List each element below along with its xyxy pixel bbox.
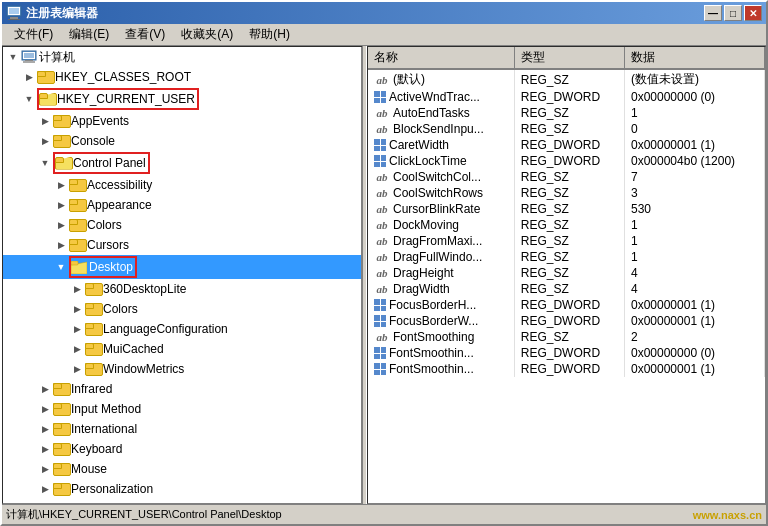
cell-data: 4 bbox=[625, 281, 765, 297]
tree-label-langconfig: LanguageConfiguration bbox=[103, 320, 228, 338]
registry-table: 名称 类型 数据 ab(默认)REG_SZ(数值未设置)ActiveWndTra… bbox=[368, 47, 765, 377]
cell-data: 0x00000001 (1) bbox=[625, 313, 765, 329]
table-row[interactable]: FocusBorderH...REG_DWORD0x00000001 (1) bbox=[368, 297, 765, 313]
reg-sz-icon: ab bbox=[374, 203, 390, 215]
menu-edit[interactable]: 编辑(E) bbox=[61, 24, 117, 45]
table-row[interactable]: abDragFromMaxi...REG_SZ1 bbox=[368, 233, 765, 249]
tree-item-colors2[interactable]: ▶ Colors bbox=[3, 299, 361, 319]
expander-windowmetrics[interactable]: ▶ bbox=[69, 361, 85, 377]
expander-appearance[interactable]: ▶ bbox=[53, 197, 69, 213]
cell-data: 0x00000001 (1) bbox=[625, 297, 765, 313]
expander-controlpanel[interactable]: ▼ bbox=[37, 155, 53, 171]
table-row[interactable]: FocusBorderW...REG_DWORD0x00000001 (1) bbox=[368, 313, 765, 329]
expander-inputmethod[interactable]: ▶ bbox=[37, 401, 53, 417]
expander-langconfig[interactable]: ▶ bbox=[69, 321, 85, 337]
cell-name-text: FocusBorderW... bbox=[389, 314, 478, 328]
col-name[interactable]: 名称 bbox=[368, 47, 515, 69]
cell-data: 0x00000000 (0) bbox=[625, 89, 765, 105]
table-row[interactable]: abCoolSwitchRowsREG_SZ3 bbox=[368, 185, 765, 201]
expander-colors2[interactable]: ▶ bbox=[69, 301, 85, 317]
tree-item-controlpanel[interactable]: ▼ Control Panel bbox=[3, 151, 361, 175]
tree-item-accessibility[interactable]: ▶ Accessibility bbox=[3, 175, 361, 195]
tree-item-360desktop[interactable]: ▶ 360DesktopLite bbox=[3, 279, 361, 299]
folder-international-icon bbox=[53, 422, 69, 436]
cell-type: REG_SZ bbox=[515, 281, 625, 297]
table-row[interactable]: FontSmoothin...REG_DWORD0x00000001 (1) bbox=[368, 361, 765, 377]
tree-panel[interactable]: ▼ 计算机 ▶ HKEY_CLASSES bbox=[2, 46, 362, 504]
table-row[interactable]: ActiveWndTrac...REG_DWORD0x00000000 (0) bbox=[368, 89, 765, 105]
tree-item-langconfig[interactable]: ▶ LanguageConfiguration bbox=[3, 319, 361, 339]
table-row[interactable]: abDragWidthREG_SZ4 bbox=[368, 281, 765, 297]
cell-data: 1 bbox=[625, 217, 765, 233]
expander-muicached[interactable]: ▶ bbox=[69, 341, 85, 357]
col-type[interactable]: 类型 bbox=[515, 47, 625, 69]
expander-colors[interactable]: ▶ bbox=[53, 217, 69, 233]
tree-item-appevents[interactable]: ▶ AppEvents bbox=[3, 111, 361, 131]
tree-item-hkcu[interactable]: ▼ HKEY_CURRENT_USER bbox=[3, 87, 361, 111]
tree-item-windowmetrics[interactable]: ▶ WindowMetrics bbox=[3, 359, 361, 379]
expander-appevents[interactable]: ▶ bbox=[37, 113, 53, 129]
tree-item-colors[interactable]: ▶ Colors bbox=[3, 215, 361, 235]
menu-view[interactable]: 查看(V) bbox=[117, 24, 173, 45]
table-row[interactable]: abDockMovingREG_SZ1 bbox=[368, 217, 765, 233]
table-row[interactable]: FontSmoothin...REG_DWORD0x00000000 (0) bbox=[368, 345, 765, 361]
expander-360desktop[interactable]: ▶ bbox=[69, 281, 85, 297]
tree-item-mouse[interactable]: ▶ Mouse bbox=[3, 459, 361, 479]
expander-mouse[interactable]: ▶ bbox=[37, 461, 53, 477]
table-row[interactable]: abBlockSendInpu...REG_SZ0 bbox=[368, 121, 765, 137]
expander-desktop[interactable]: ▼ bbox=[53, 259, 69, 275]
table-row[interactable]: abCursorBlinkRateREG_SZ530 bbox=[368, 201, 765, 217]
reg-dword-icon bbox=[374, 363, 386, 375]
col-data[interactable]: 数据 bbox=[625, 47, 765, 69]
cell-name-text: AutoEndTasks bbox=[393, 106, 470, 120]
tree-item-infrared[interactable]: ▶ Infrared bbox=[3, 379, 361, 399]
folder-hkcr-icon bbox=[37, 70, 53, 84]
right-panel[interactable]: 名称 类型 数据 ab(默认)REG_SZ(数值未设置)ActiveWndTra… bbox=[367, 46, 766, 504]
menu-file[interactable]: 文件(F) bbox=[6, 24, 61, 45]
cell-name-text: FontSmoothin... bbox=[389, 346, 474, 360]
tree-item-personalization[interactable]: ▶ Personalization bbox=[3, 479, 361, 499]
tree-label-controlpanel: Control Panel bbox=[73, 154, 146, 172]
tree-item-computer[interactable]: ▼ 计算机 bbox=[3, 47, 361, 67]
tree-item-inputmethod[interactable]: ▶ Input Method bbox=[3, 399, 361, 419]
tree-item-hkcr[interactable]: ▶ HKEY_CLASSES_ROOT bbox=[3, 67, 361, 87]
window-title: 注册表编辑器 bbox=[26, 5, 98, 22]
expander-international[interactable]: ▶ bbox=[37, 421, 53, 437]
expander-computer[interactable]: ▼ bbox=[5, 49, 21, 65]
tree-item-international[interactable]: ▶ International bbox=[3, 419, 361, 439]
tree-item-appearance[interactable]: ▶ Appearance bbox=[3, 195, 361, 215]
table-row[interactable]: CaretWidthREG_DWORD0x00000001 (1) bbox=[368, 137, 765, 153]
expander-accessibility[interactable]: ▶ bbox=[53, 177, 69, 193]
tree-item-cursors[interactable]: ▶ Cursors bbox=[3, 235, 361, 255]
tree-item-desktop[interactable]: ▼ Desktop bbox=[3, 255, 361, 279]
table-row[interactable]: abCoolSwitchCol...REG_SZ7 bbox=[368, 169, 765, 185]
expander-personalization[interactable]: ▶ bbox=[37, 481, 53, 497]
tree-label-colors2: Colors bbox=[103, 300, 138, 318]
tree-item-muicached[interactable]: ▶ MuiCached bbox=[3, 339, 361, 359]
folder-langconfig-icon bbox=[85, 322, 101, 336]
cell-name: ActiveWndTrac... bbox=[368, 89, 515, 105]
table-row[interactable]: abDragHeightREG_SZ4 bbox=[368, 265, 765, 281]
expander-hkcu[interactable]: ▼ bbox=[21, 91, 37, 107]
expander-hkcr[interactable]: ▶ bbox=[21, 69, 37, 85]
folder-windowmetrics-icon bbox=[85, 362, 101, 376]
tree-item-console[interactable]: ▶ Console bbox=[3, 131, 361, 151]
expander-keyboard[interactable]: ▶ bbox=[37, 441, 53, 457]
menu-favorites[interactable]: 收藏夹(A) bbox=[173, 24, 241, 45]
table-row[interactable]: ClickLockTimeREG_DWORD0x000004b0 (1200) bbox=[368, 153, 765, 169]
close-button[interactable]: ✕ bbox=[744, 5, 762, 21]
table-row[interactable]: ab(默认)REG_SZ(数值未设置) bbox=[368, 69, 765, 89]
expander-infrared[interactable]: ▶ bbox=[37, 381, 53, 397]
table-row[interactable]: abFontSmoothingREG_SZ2 bbox=[368, 329, 765, 345]
expander-console[interactable]: ▶ bbox=[37, 133, 53, 149]
minimize-button[interactable]: — bbox=[704, 5, 722, 21]
maximize-button[interactable]: □ bbox=[724, 5, 742, 21]
title-bar-left: 注册表编辑器 bbox=[6, 5, 98, 22]
menu-help[interactable]: 帮助(H) bbox=[241, 24, 298, 45]
cell-type: REG_SZ bbox=[515, 249, 625, 265]
tree-item-keyboard[interactable]: ▶ Keyboard bbox=[3, 439, 361, 459]
table-row[interactable]: abDragFullWindo...REG_SZ1 bbox=[368, 249, 765, 265]
expander-cursors[interactable]: ▶ bbox=[53, 237, 69, 253]
table-row[interactable]: abAutoEndTasksREG_SZ1 bbox=[368, 105, 765, 121]
reg-dword-icon bbox=[374, 91, 386, 103]
